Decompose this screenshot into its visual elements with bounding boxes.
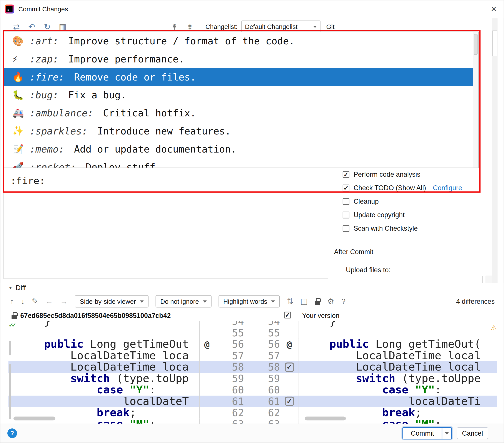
- gitmoji-suggestion[interactable]: ⚡:zap:Improve performance.: [4, 50, 478, 68]
- commit-options-dropdown[interactable]: [442, 428, 451, 439]
- gitmoji-suggestion[interactable]: 🚀:rocket:Deploy stuff.: [4, 158, 478, 168]
- include-version-checkbox[interactable]: ✓: [284, 311, 291, 318]
- left-pane-horizontal-scrollbar[interactable]: [14, 416, 55, 420]
- right-code-line: public Long getTimeOut(: [299, 338, 492, 350]
- option-checkbox[interactable]: ✓: [343, 171, 349, 178]
- viewer-mode-dropdown[interactable]: Side-by-side viewer: [75, 295, 148, 308]
- include-change-checkbox[interactable]: ✓: [285, 362, 294, 372]
- left-code-line: localDateT: [14, 396, 199, 407]
- option-checkbox[interactable]: [343, 212, 349, 218]
- expand-all-icon[interactable]: ⇟: [184, 22, 196, 31]
- code-segment: case: [382, 418, 408, 424]
- gitmoji-code: :memo:: [30, 143, 64, 155]
- code-segment: [329, 384, 382, 396]
- code-segment: break: [97, 407, 130, 418]
- jump-to-source-icon[interactable]: ✎: [32, 297, 38, 306]
- commit-option-row: Scan with Checkstyle: [343, 222, 497, 235]
- rollback-icon[interactable]: ↶: [26, 22, 38, 31]
- commit-split-button: Commit: [402, 427, 452, 439]
- commit-changes-dialog: IJ Commit Changes × ⇄ ↶ ↻ ▦ ⇞ ⇟ Changeli…: [0, 0, 504, 443]
- right-code-line: localDateTi: [299, 396, 492, 407]
- disable-editing-lock-icon[interactable]: [315, 301, 320, 305]
- cancel-button[interactable]: Cancel: [457, 427, 488, 439]
- option-label: Cleanup: [354, 198, 379, 205]
- option-checkbox[interactable]: ✓: [343, 185, 349, 191]
- left-line-number: 58: [214, 361, 244, 373]
- whitespace-policy-dropdown[interactable]: Do not ignore: [155, 295, 211, 308]
- configure-link[interactable]: Configure: [433, 184, 462, 192]
- code-segment: loca: [162, 361, 189, 373]
- chevron-down-icon: [445, 432, 449, 434]
- include-change-checkbox[interactable]: ✓: [285, 397, 294, 406]
- code-segment: :: [149, 418, 156, 424]
- close-window-button[interactable]: ×: [484, 0, 504, 18]
- diff-settings-gear-icon[interactable]: ⚙: [327, 297, 334, 306]
- group-by-icon[interactable]: ▦: [57, 22, 69, 31]
- diff-gutter: 5555: [199, 327, 299, 339]
- refresh-icon[interactable]: ↻: [41, 22, 53, 31]
- gitmoji-suggestion[interactable]: 🎨:art:Improve structure / format of the …: [4, 32, 478, 50]
- code-segment: [44, 384, 97, 396]
- gitmoji-description: Improve performance.: [68, 53, 184, 65]
- diff-row: 5555: [8, 327, 497, 338]
- left-code-line: public Long getTimeOut: [14, 338, 199, 350]
- chevron-down-icon: [140, 300, 144, 302]
- compare-next-file-icon[interactable]: →: [60, 297, 68, 306]
- commit-button[interactable]: Commit: [403, 428, 442, 439]
- gitmoji-suggestion[interactable]: 🐛:bug:Fix a bug.: [4, 86, 478, 104]
- show-diff-icon[interactable]: ⇄: [11, 22, 22, 31]
- left-line-number: 61: [214, 396, 244, 407]
- gitmoji-emoji-icon: ✨: [12, 126, 30, 136]
- left-line-number: 59: [214, 373, 244, 384]
- viewer-mode-value: Side-by-side viewer: [80, 298, 136, 305]
- code-segment: ;: [130, 407, 136, 418]
- option-checkbox[interactable]: [343, 225, 349, 232]
- right-line-number: 59: [248, 373, 280, 384]
- code-segment: switch: [356, 373, 395, 384]
- left-code-line: switch (type.toUpp: [14, 373, 199, 384]
- diff-help-icon[interactable]: ?: [341, 297, 346, 306]
- popup-scrollbar-thumb[interactable]: [474, 34, 478, 55]
- intellij-logo-icon: IJ: [5, 5, 14, 14]
- gitmoji-code: :zap:: [30, 53, 59, 65]
- changelist-dropdown[interactable]: Default Changelist: [241, 21, 321, 33]
- right-code-line: LocalDateTime local: [299, 350, 492, 361]
- chevron-down-icon: [271, 300, 275, 302]
- collapse-triangle-icon[interactable]: ▼: [8, 286, 12, 290]
- gitmoji-suggestion[interactable]: 🚑:ambulance:Critical hotfix.: [4, 104, 478, 122]
- help-button[interactable]: ?: [7, 428, 17, 438]
- next-difference-icon[interactable]: ↓: [21, 297, 25, 306]
- code-segment: public: [329, 338, 369, 350]
- gitmoji-suggestion[interactable]: 🔥:fire:Remove code or files.: [4, 68, 478, 86]
- changelist-value: Default Changelist: [245, 23, 313, 30]
- right-marker-strip: [491, 350, 497, 361]
- diff-meta-row: 67ed685ec5d8da016f58504e65b0985100a7cb42…: [8, 310, 497, 321]
- gitmoji-suggestion[interactable]: 📝:memo:Add or update documentation.: [4, 140, 478, 158]
- right-pane-horizontal-scrollbar[interactable]: [305, 416, 346, 420]
- right-line-number: 60: [248, 384, 280, 396]
- collapse-all-icon[interactable]: ⇞: [169, 22, 180, 31]
- change-marker-bar: [9, 364, 11, 419]
- diff-section-header[interactable]: ▼ Diff: [8, 283, 497, 293]
- change-marker-bar: [9, 341, 11, 356]
- diff-section-label: Diff: [16, 284, 26, 291]
- left-code-line: LocalDateTime loca: [14, 361, 199, 373]
- compare-previous-file-icon[interactable]: ←: [45, 297, 53, 306]
- popup-scrollbar[interactable]: [473, 32, 478, 168]
- collapse-unchanged-icon[interactable]: ⇅: [287, 297, 293, 306]
- diff-gutter: 6363: [199, 418, 299, 424]
- option-checkbox[interactable]: [343, 198, 349, 205]
- commit-option-row: ✓Check TODO (Show All)Configure: [343, 181, 497, 194]
- previous-difference-icon[interactable]: ↑: [10, 297, 14, 306]
- dialog-scrollbar[interactable]: [492, 18, 498, 283]
- code-segment: break: [382, 407, 415, 418]
- highlight-mode-dropdown[interactable]: Highlight words: [218, 295, 280, 308]
- dialog-scrollbar-thumb[interactable]: [492, 30, 497, 56]
- intellij-logo-text: IJ: [6, 6, 13, 12]
- commit-message-input[interactable]: :fire:: [3, 168, 328, 279]
- diff-gutter: 6060: [199, 384, 299, 396]
- sync-scrolling-icon[interactable]: ◫: [301, 297, 308, 306]
- gitmoji-suggestion[interactable]: ✨:sparkles:Introduce new features.: [4, 122, 478, 140]
- code-segment: LocalDateTime: [329, 361, 448, 373]
- diff-gutter: 5959: [199, 373, 299, 384]
